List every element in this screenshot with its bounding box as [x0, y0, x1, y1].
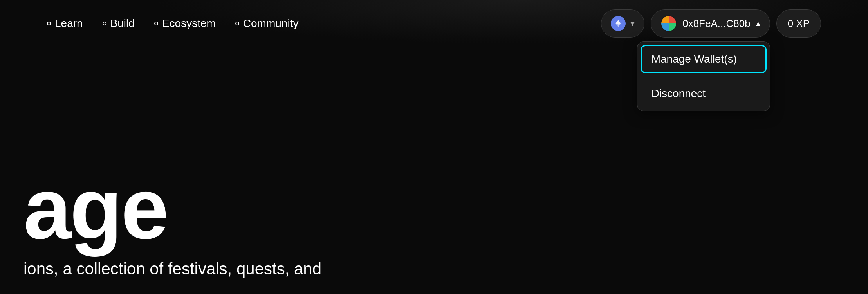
- nav-actions: ▾ 0x8FeA...C80b ▴: [601, 9, 821, 38]
- ethereum-icon: [611, 16, 626, 31]
- wallet-avatar: [660, 15, 677, 32]
- nav-dot-community: [235, 22, 239, 25]
- wallet-address-label: 0x8FeA...C80b: [682, 18, 750, 30]
- network-selector-button[interactable]: ▾: [601, 9, 644, 38]
- wallet-dropdown-menu: Manage Wallet(s) Disconnect: [637, 41, 770, 111]
- wallet-button-wrapper: 0x8FeA...C80b ▴ Manage Wallet(s) Disconn…: [651, 9, 770, 38]
- wallet-chevron-up-icon: ▴: [756, 18, 760, 29]
- nav-links: Learn Build Ecosystem Community: [47, 17, 577, 30]
- nav-link-learn[interactable]: Learn: [47, 17, 83, 30]
- nav-link-ecosystem[interactable]: Ecosystem: [154, 17, 216, 30]
- nav-link-community[interactable]: Community: [235, 17, 299, 30]
- hero-section: age ions, a collection of festivals, que…: [0, 166, 868, 294]
- hero-large-text: age: [23, 166, 845, 252]
- nav-label-learn: Learn: [55, 17, 83, 30]
- manage-wallets-item[interactable]: Manage Wallet(s): [641, 45, 767, 73]
- nav-dot-ecosystem: [154, 22, 158, 25]
- hero-sub-text: ions, a collection of festivals, quests,…: [23, 260, 845, 278]
- nav-link-build[interactable]: Build: [103, 17, 135, 30]
- disconnect-item[interactable]: Disconnect: [637, 76, 770, 111]
- nav-label-ecosystem: Ecosystem: [162, 17, 216, 30]
- nav-label-community: Community: [243, 17, 299, 30]
- wallet-button[interactable]: 0x8FeA...C80b ▴: [651, 9, 770, 38]
- network-chevron-down-icon: ▾: [630, 18, 635, 29]
- navbar: Learn Build Ecosystem Community ▾: [0, 0, 868, 47]
- xp-label: 0 XP: [788, 18, 810, 30]
- xp-button[interactable]: 0 XP: [776, 9, 821, 38]
- nav-dot-build: [103, 22, 106, 25]
- nav-label-build: Build: [110, 17, 135, 30]
- nav-dot-learn: [47, 22, 51, 25]
